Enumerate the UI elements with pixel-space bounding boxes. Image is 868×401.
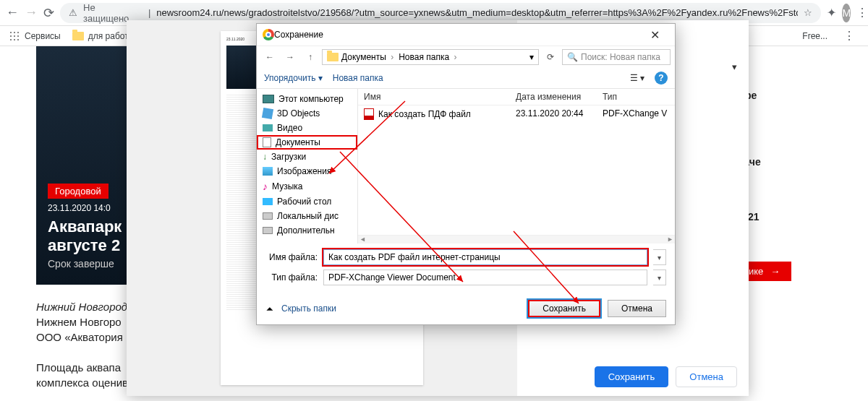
path-bar[interactable]: Документы Новая папка ▾ [322, 49, 539, 65]
refresh-button[interactable]: ⟳ [542, 48, 559, 66]
music-icon: ♪ [263, 181, 268, 192]
disk-icon [263, 212, 273, 220]
tree-this-pc[interactable]: Этот компьютер [257, 92, 357, 106]
reload-button[interactable]: ⟳ [43, 3, 54, 23]
folder-tree: Этот компьютер 3D Objects Видео Документ… [257, 89, 358, 243]
folder-icon [72, 32, 84, 40]
filetype-select[interactable]: PDF-XChange Viewer Document [323, 270, 647, 285]
image-icon [263, 167, 273, 176]
pc-icon [263, 95, 274, 103]
insecure-icon: ⚠ [69, 7, 77, 18]
apps-bookmark[interactable]: Сервисы [9, 30, 61, 42]
dialog-footer: ⏶ Скрыть папки Сохранить Отмена [257, 296, 675, 324]
search-icon: 🔍 [567, 52, 578, 62]
star-icon[interactable]: ☆ [804, 7, 812, 18]
arrow-right-icon: → [770, 266, 780, 277]
filetype-label: Тип файла: [265, 272, 318, 283]
profile-avatar[interactable]: M [842, 4, 851, 22]
tree-music[interactable]: ♪Музыка [257, 178, 357, 194]
work-bookmark[interactable]: для работы [72, 31, 135, 41]
document-icon [263, 137, 271, 147]
new-folder-button[interactable]: Новая папка [333, 73, 383, 83]
pdf-icon [364, 108, 374, 120]
reading-list-icon[interactable]: ⋮ [839, 26, 859, 46]
video-icon [263, 124, 273, 131]
disk-icon [263, 227, 273, 234]
desktop-icon [263, 198, 273, 205]
nav-up-button[interactable]: ↑ [302, 48, 319, 66]
filename-dropdown[interactable]: ▾ [653, 249, 666, 265]
nav-forward-button[interactable]: → [281, 48, 299, 66]
tree-more[interactable]: Дополнительн [257, 223, 357, 238]
chevron-down-icon[interactable]: ▾ [529, 52, 534, 62]
forward-button[interactable]: → [25, 3, 38, 23]
help-icon[interactable]: ? [655, 72, 668, 85]
cancel-button[interactable]: Отмена [608, 300, 666, 317]
dialog-titlebar: Сохранение ✕ [257, 24, 675, 46]
print-save-button[interactable]: Сохранить [595, 366, 669, 387]
tree-documents[interactable]: Документы [257, 135, 357, 150]
apps-icon [9, 30, 20, 42]
organize-button[interactable]: Упорядочить ▾ [264, 73, 323, 83]
tree-localdisk[interactable]: Локальный дис [257, 209, 357, 223]
cube-icon [262, 108, 273, 119]
folder-icon [327, 53, 339, 61]
download-icon: ↓ [263, 152, 267, 162]
column-headers[interactable]: Имя Дата изменения Тип [358, 89, 675, 105]
dialog-title: Сохранение [274, 30, 640, 40]
extensions-icon[interactable]: ✦ [827, 3, 836, 23]
tree-downloads[interactable]: ↓Загрузки [257, 150, 357, 164]
tree-images[interactable]: Изображения [257, 164, 357, 178]
url-text: newsroom24.ru/news/gradostroitelstvo/219… [156, 7, 798, 18]
back-button[interactable]: ← [6, 3, 19, 23]
chevron-up-icon[interactable]: ⏶ [265, 303, 274, 314]
menu-icon[interactable]: ⋮ [856, 3, 868, 23]
file-row[interactable]: Как создать ПДФ файл 23.11.2020 20:44 PD… [358, 105, 675, 123]
hide-folders-link[interactable]: Скрыть папки [281, 303, 336, 314]
file-list: Имя Дата изменения Тип Как создать ПДФ ф… [358, 89, 675, 243]
filetype-dropdown[interactable]: ▾ [653, 270, 666, 285]
tree-3d-objects[interactable]: 3D Objects [257, 106, 357, 121]
category-badge: Городовой [48, 184, 109, 199]
save-button[interactable]: Сохранить [528, 300, 600, 317]
view-button[interactable]: ☰ ▾ [630, 73, 644, 83]
search-input[interactable]: 🔍Поиск: Новая папка [562, 49, 671, 65]
chrome-icon [263, 29, 274, 40]
tree-videos[interactable]: Видео [257, 121, 357, 135]
filename-fields: Имя файла: Как создать PDF файл интернет… [257, 243, 675, 296]
filename-input[interactable]: Как создать PDF файл интернет-страницы [323, 249, 647, 265]
free-bookmark[interactable]: Free... [802, 31, 827, 41]
filename-label: Имя файла: [265, 252, 318, 262]
dialog-toolbar: Упорядочить ▾ Новая папка ☰ ▾ ? [257, 67, 675, 89]
tree-desktop[interactable]: Рабочий стол [257, 194, 357, 209]
dialog-nav: ← → ↑ Документы Новая папка ▾ ⟳ 🔍Поиск: … [257, 46, 675, 67]
print-cancel-button[interactable]: Отмена [676, 366, 737, 387]
chevron-down-icon: ▾ [732, 61, 737, 72]
close-button[interactable]: ✕ [640, 28, 669, 42]
save-as-dialog: Сохранение ✕ ← → ↑ Документы Новая папка… [256, 23, 676, 325]
nav-back-button[interactable]: ← [261, 48, 278, 66]
horizontal-scrollbar[interactable] [358, 235, 675, 243]
